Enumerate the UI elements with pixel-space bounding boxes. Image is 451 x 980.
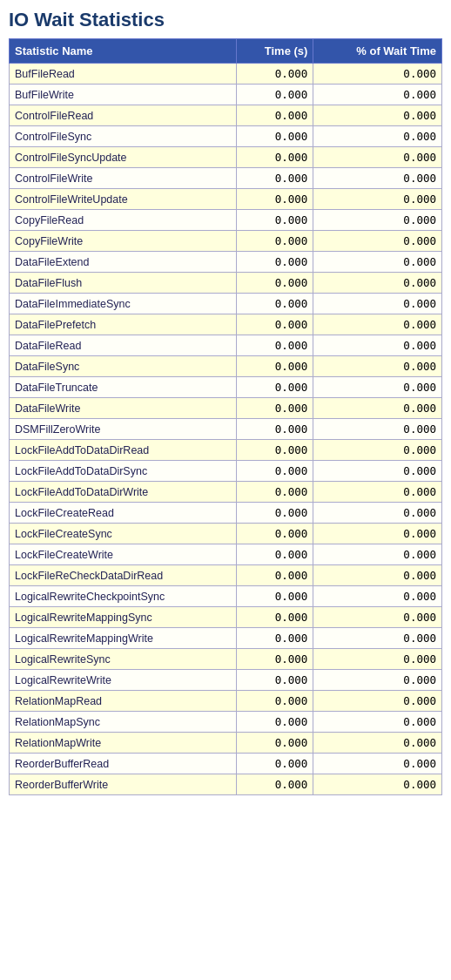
statistic-name-cell: DataFileImmediateSync: [10, 294, 237, 314]
table-row: LogicalRewriteSync0.0000.000: [10, 649, 442, 670]
table-row: CopyFileRead0.0000.000: [10, 210, 442, 231]
col-header-pct-wait: % of Wait Time: [313, 39, 442, 64]
pct-wait-cell: 0.000: [313, 712, 442, 733]
time-cell: 0.000: [237, 84, 313, 105]
pct-wait-cell: 0.000: [313, 147, 442, 168]
statistic-name-cell: DSMFillZeroWrite: [10, 419, 237, 440]
table-row: BufFileRead0.0000.000: [10, 64, 442, 84]
pct-wait-cell: 0.000: [313, 356, 442, 377]
time-cell: 0.000: [237, 628, 313, 649]
statistic-name-cell: ControlFileSync: [10, 126, 237, 147]
time-cell: 0.000: [237, 335, 313, 356]
time-cell: 0.000: [237, 147, 313, 168]
statistic-name-cell: DataFileTruncate: [10, 377, 237, 398]
table-row: DataFileTruncate0.0000.000: [10, 377, 442, 398]
pct-wait-cell: 0.000: [313, 691, 442, 712]
col-header-time: Time (s): [237, 39, 313, 64]
time-cell: 0.000: [237, 670, 313, 691]
time-cell: 0.000: [237, 356, 313, 377]
statistic-name-cell: DataFilePrefetch: [10, 314, 237, 335]
time-cell: 0.000: [237, 503, 313, 524]
pct-wait-cell: 0.000: [313, 524, 442, 544]
pct-wait-cell: 0.000: [313, 314, 442, 335]
pct-wait-cell: 0.000: [313, 607, 442, 628]
statistic-name-cell: RelationMapWrite: [10, 733, 237, 754]
table-row: LogicalRewriteMappingWrite0.0000.000: [10, 628, 442, 649]
statistic-name-cell: DataFileRead: [10, 335, 237, 356]
time-cell: 0.000: [237, 294, 313, 314]
table-row: LockFileReCheckDataDirRead0.0000.000: [10, 565, 442, 586]
table-row: LockFileAddToDataDirRead0.0000.000: [10, 440, 442, 461]
pct-wait-cell: 0.000: [313, 419, 442, 440]
time-cell: 0.000: [237, 754, 313, 774]
pct-wait-cell: 0.000: [313, 733, 442, 754]
pct-wait-cell: 0.000: [313, 482, 442, 503]
time-cell: 0.000: [237, 398, 313, 419]
table-row: DataFileSync0.0000.000: [10, 356, 442, 377]
time-cell: 0.000: [237, 64, 313, 84]
time-cell: 0.000: [237, 210, 313, 231]
statistic-name-cell: RelationMapSync: [10, 712, 237, 733]
time-cell: 0.000: [237, 440, 313, 461]
table-row: BufFileWrite0.0000.000: [10, 84, 442, 105]
pct-wait-cell: 0.000: [313, 377, 442, 398]
statistic-name-cell: LockFileAddToDataDirRead: [10, 440, 237, 461]
statistic-name-cell: DataFileSync: [10, 356, 237, 377]
table-row: LogicalRewriteWrite0.0000.000: [10, 670, 442, 691]
time-cell: 0.000: [237, 168, 313, 189]
time-cell: 0.000: [237, 314, 313, 335]
table-row: LockFileCreateWrite0.0000.000: [10, 544, 442, 565]
time-cell: 0.000: [237, 607, 313, 628]
time-cell: 0.000: [237, 544, 313, 565]
pct-wait-cell: 0.000: [313, 544, 442, 565]
io-wait-statistics-table: Statistic Name Time (s) % of Wait Time B…: [9, 38, 442, 795]
time-cell: 0.000: [237, 377, 313, 398]
pct-wait-cell: 0.000: [313, 294, 442, 314]
table-row: LockFileAddToDataDirSync0.0000.000: [10, 461, 442, 482]
statistic-name-cell: LockFileCreateWrite: [10, 544, 237, 565]
table-row: ControlFileWriteUpdate0.0000.000: [10, 189, 442, 210]
statistic-name-cell: BufFileWrite: [10, 84, 237, 105]
statistic-name-cell: ControlFileSyncUpdate: [10, 147, 237, 168]
statistic-name-cell: LockFileAddToDataDirSync: [10, 461, 237, 482]
table-row: LockFileCreateRead0.0000.000: [10, 503, 442, 524]
statistic-name-cell: LockFileReCheckDataDirRead: [10, 565, 237, 586]
statistic-name-cell: ControlFileWrite: [10, 168, 237, 189]
pct-wait-cell: 0.000: [313, 440, 442, 461]
table-row: ControlFileWrite0.0000.000: [10, 168, 442, 189]
time-cell: 0.000: [237, 565, 313, 586]
statistic-name-cell: CopyFileWrite: [10, 231, 237, 252]
statistic-name-cell: LogicalRewriteCheckpointSync: [10, 586, 237, 607]
time-cell: 0.000: [237, 482, 313, 503]
statistic-name-cell: LockFileCreateSync: [10, 524, 237, 544]
pct-wait-cell: 0.000: [313, 210, 442, 231]
statistic-name-cell: RelationMapRead: [10, 691, 237, 712]
table-row: RelationMapWrite0.0000.000: [10, 733, 442, 754]
statistic-name-cell: CopyFileRead: [10, 210, 237, 231]
time-cell: 0.000: [237, 691, 313, 712]
table-row: DataFileWrite0.0000.000: [10, 398, 442, 419]
pct-wait-cell: 0.000: [313, 565, 442, 586]
time-cell: 0.000: [237, 461, 313, 482]
table-row: LogicalRewriteCheckpointSync0.0000.000: [10, 586, 442, 607]
table-row: DSMFillZeroWrite0.0000.000: [10, 419, 442, 440]
time-cell: 0.000: [237, 712, 313, 733]
statistic-name-cell: LogicalRewriteSync: [10, 649, 237, 670]
pct-wait-cell: 0.000: [313, 670, 442, 691]
table-row: LockFileCreateSync0.0000.000: [10, 524, 442, 544]
table-row: DataFileFlush0.0000.000: [10, 273, 442, 294]
statistic-name-cell: LogicalRewriteMappingWrite: [10, 628, 237, 649]
pct-wait-cell: 0.000: [313, 774, 442, 795]
table-row: DataFileRead0.0000.000: [10, 335, 442, 356]
pct-wait-cell: 0.000: [313, 84, 442, 105]
statistic-name-cell: LockFileAddToDataDirWrite: [10, 482, 237, 503]
statistic-name-cell: LogicalRewriteMappingSync: [10, 607, 237, 628]
time-cell: 0.000: [237, 774, 313, 795]
table-row: ControlFileSyncUpdate0.0000.000: [10, 147, 442, 168]
table-row: DataFileExtend0.0000.000: [10, 252, 442, 273]
pct-wait-cell: 0.000: [313, 126, 442, 147]
page-title: IO Wait Statistics: [9, 9, 442, 31]
time-cell: 0.000: [237, 126, 313, 147]
table-row: ControlFileRead0.0000.000: [10, 105, 442, 126]
pct-wait-cell: 0.000: [313, 628, 442, 649]
